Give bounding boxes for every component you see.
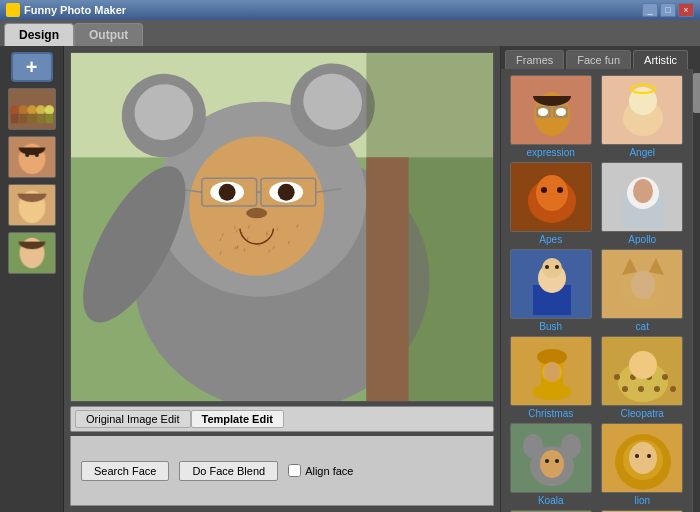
tab-template-edit[interactable]: Template Edit bbox=[191, 410, 284, 428]
template-item-cat[interactable]: cat bbox=[599, 249, 687, 332]
maximize-button[interactable]: □ bbox=[660, 3, 676, 17]
template-item-apes[interactable]: Apes bbox=[507, 162, 595, 245]
edit-tabs-bar: Original Image Edit Template Edit bbox=[70, 406, 494, 432]
align-face-checkbox[interactable] bbox=[288, 464, 301, 477]
thumbnail-4[interactable] bbox=[8, 232, 56, 274]
title-bar: Funny Photo Maker _ □ × bbox=[0, 0, 700, 20]
tab-artistic[interactable]: Artistic bbox=[633, 50, 688, 69]
thumbnail-1[interactable] bbox=[8, 88, 56, 130]
scrollbar-thumb[interactable] bbox=[693, 73, 700, 113]
template-item-christmas[interactable]: Christmas bbox=[507, 336, 595, 419]
template-label-cat: cat bbox=[636, 321, 649, 332]
main-area: + Original Image Edit Template Edit bbox=[0, 46, 700, 512]
right-tabs-bar: Frames Face fun Artistic bbox=[501, 46, 700, 69]
right-panel-scrollbar[interactable] bbox=[692, 69, 700, 512]
thumbnail-3[interactable] bbox=[8, 184, 56, 226]
app-title: Funny Photo Maker bbox=[24, 4, 126, 16]
thumbnail-2[interactable] bbox=[8, 136, 56, 178]
template-item-bush[interactable]: Bush bbox=[507, 249, 595, 332]
template-item-apollo[interactable]: Apollo bbox=[599, 162, 687, 245]
bottom-controls-panel: Search Face Do Face Blend Align face bbox=[70, 436, 494, 506]
main-image-area bbox=[70, 52, 494, 402]
template-item-koala[interactable]: Koala bbox=[507, 423, 595, 506]
tab-original-image-edit[interactable]: Original Image Edit bbox=[75, 410, 191, 428]
template-item-expression[interactable]: expression bbox=[507, 75, 595, 158]
close-button[interactable]: × bbox=[678, 3, 694, 17]
app-icon bbox=[6, 3, 20, 17]
tab-output[interactable]: Output bbox=[74, 23, 143, 46]
template-label-apes: Apes bbox=[539, 234, 562, 245]
template-label-angel: Angel bbox=[629, 147, 655, 158]
template-label-cleopatra: Cleopatra bbox=[621, 408, 664, 419]
template-label-christmas: Christmas bbox=[528, 408, 573, 419]
do-face-blend-button[interactable]: Do Face Blend bbox=[179, 461, 278, 481]
center-panel: Original Image Edit Template Edit Search… bbox=[64, 46, 500, 512]
title-bar-left: Funny Photo Maker bbox=[6, 3, 126, 17]
main-tab-bar: Design Output bbox=[0, 20, 700, 46]
search-face-button[interactable]: Search Face bbox=[81, 461, 169, 481]
align-face-label[interactable]: Align face bbox=[288, 464, 353, 477]
template-label-expression: expression bbox=[527, 147, 575, 158]
template-label-lion: lion bbox=[634, 495, 650, 506]
template-item-angel[interactable]: Angel bbox=[599, 75, 687, 158]
title-controls[interactable]: _ □ × bbox=[642, 3, 694, 17]
tab-face-fun[interactable]: Face fun bbox=[566, 50, 631, 69]
left-panel: + bbox=[0, 46, 64, 512]
tab-design[interactable]: Design bbox=[4, 23, 74, 46]
tab-frames[interactable]: Frames bbox=[505, 50, 564, 69]
minimize-button[interactable]: _ bbox=[642, 3, 658, 17]
template-label-koala: Koala bbox=[538, 495, 564, 506]
template-item-cleopatra[interactable]: Cleopatra bbox=[599, 336, 687, 419]
template-label-bush: Bush bbox=[539, 321, 562, 332]
template-label-apollo: Apollo bbox=[628, 234, 656, 245]
right-panel: Frames Face fun Artistic expressionAngel… bbox=[500, 46, 700, 512]
template-item-lion[interactable]: lion bbox=[599, 423, 687, 506]
templates-grid: expressionAngelApesApolloBushcatChristma… bbox=[501, 69, 692, 512]
add-photo-button[interactable]: + bbox=[11, 52, 53, 82]
